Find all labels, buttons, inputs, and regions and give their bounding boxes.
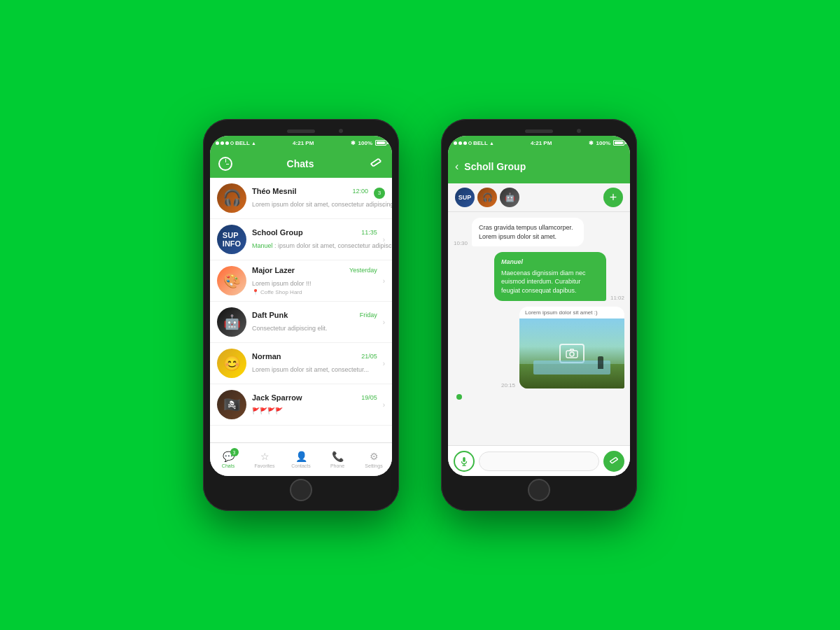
chat-content-daft: Daft Punk Friday Consectetur adipiscing … [252, 311, 377, 333]
tab-favorites[interactable]: ☆ Favorites [246, 451, 283, 468]
chat-content-theo: Théo Mesnil 12:00 Lorem ipsum dolor sit … [252, 187, 368, 209]
tab-contacts-icon: 👤 [295, 451, 307, 462]
chat-right-school: › [383, 236, 385, 244]
carrier-label: BELL [235, 140, 250, 146]
msg-row-1: 10:30 Cras gravida tempus ullamcorper. L… [454, 218, 624, 246]
chat-name-jack: Jack Sparrow [252, 393, 302, 402]
online-indicator-row [454, 394, 624, 400]
msg-sender-2: Manuel [501, 258, 599, 267]
tab-contacts[interactable]: 👤 Contacts [283, 451, 319, 468]
home-button-2[interactable] [528, 479, 550, 501]
status-bar-2: BELL ▲ 4:21 PM ✱ 100% [448, 136, 630, 150]
battery-fill-2 [615, 141, 623, 144]
avatar-daft: 🤖 [217, 307, 246, 337]
chat-preview-school: Manuel : ipsum dolor sit amet, consectet… [252, 242, 392, 249]
message-input[interactable] [479, 451, 599, 471]
chat-item-daft[interactable]: 🤖 Daft Punk Friday Consectetur adipiscin… [210, 302, 392, 343]
phone-top-2 [448, 126, 630, 136]
status-bar-1: BELL ▲ 4:21 PM ✱ 100% [210, 136, 392, 150]
voice-button[interactable] [454, 451, 475, 472]
tab-favorites-icon: ☆ [260, 451, 270, 462]
chat-name-school: School Group [252, 228, 303, 237]
chats-title: Chats [287, 158, 314, 169]
phone-bottom-1 [210, 476, 392, 504]
chat-time-major: Yesterday [349, 267, 377, 274]
chat-item-school[interactable]: SUPINFO School Group 11:35 Manuel : ipsu… [210, 219, 392, 260]
battery-icon [375, 140, 386, 146]
chat-item-theo[interactable]: 🎧 Théo Mesnil 12:00 Lorem ipsum dolor si… [210, 178, 392, 219]
chat-preview-daft: Consectetur adipiscing elit. [252, 325, 328, 332]
group-header-center: Scholl Group [464, 161, 623, 172]
chevron-jack: › [383, 401, 385, 409]
tab-chats[interactable]: 💬 3 Chats [210, 451, 246, 468]
chat-right-theo: 3 › [374, 188, 385, 209]
badge-theo: 3 [374, 188, 385, 199]
time-label-1: 4:21 PM [293, 140, 314, 146]
tab-settings[interactable]: ⚙ Settings [356, 451, 392, 468]
chat-right-major: › [383, 277, 385, 285]
phone-screen-2: BELL ▲ 4:21 PM ✱ 100% ‹ Scholl Group [448, 136, 630, 476]
chat-top-jack: Jack Sparrow 19/05 [252, 393, 377, 402]
chat-name-daft: Daft Punk [252, 311, 288, 319]
tab-favorites-label: Favorites [255, 463, 275, 468]
chevron-major: › [383, 277, 385, 285]
msg-time-2: 11:02 [610, 295, 624, 301]
chat-list: 🎧 Théo Mesnil 12:00 Lorem ipsum dolor si… [210, 178, 392, 442]
speaker-2 [525, 130, 553, 133]
dot3 [225, 141, 229, 145]
dot2-2 [458, 141, 462, 145]
chat-item-norman[interactable]: 😊 Norman 21/05 Lorem ipsum dolor sit ame… [210, 343, 392, 384]
battery-label-2: 100% [596, 140, 610, 146]
dot1-2 [454, 141, 457, 145]
time-label-2: 4:21 PM [531, 140, 552, 146]
chevron-daft: › [383, 318, 385, 326]
chat-top-norman: Norman 21/05 [252, 352, 377, 360]
tab-chats-badge: 3 [230, 448, 239, 456]
chat-time-jack: 19/05 [361, 394, 377, 401]
msg-bubble-1: Cras gravida tempus ullamcorper. Lorem i… [472, 218, 584, 246]
chat-item-jack[interactable]: 🏴‍☠️ Jack Sparrow 19/05 🚩🚩🚩🚩 › [210, 384, 392, 426]
msg-row-2: Manuel Maecenas dignissim diam nec euism… [454, 252, 624, 300]
home-button-1[interactable] [290, 479, 312, 501]
signal-dots-2 [454, 141, 472, 145]
chat-preview-theo: Lorem ipsum dolor sit amet, consectetur … [252, 201, 392, 208]
msg-image-area [519, 318, 624, 388]
camera-dot [339, 129, 343, 133]
chat-right-norman: › [383, 360, 385, 368]
phone-screen-1: BELL ▲ 4:21 PM ✱ 100% Chats [210, 136, 392, 476]
msg-image-bubble: Lorem ipsum dolor sit amet :) [519, 307, 624, 388]
avatar-school: SUPINFO [217, 225, 246, 254]
chat-top-daft: Daft Punk Friday [252, 311, 377, 319]
back-button[interactable]: ‹ [455, 160, 458, 173]
tab-phone[interactable]: 📞 Phone [319, 451, 356, 468]
status-right: ✱ 100% [351, 140, 386, 146]
phone-bottom-2 [448, 476, 630, 504]
status-left: BELL ▲ [216, 140, 256, 146]
chats-header: Chats [210, 150, 392, 178]
battery-icon-2 [613, 140, 624, 146]
add-member-button[interactable]: + [603, 188, 623, 207]
phone-top-1 [210, 126, 392, 136]
dot4 [230, 141, 234, 145]
status-right-2: ✱ 100% [589, 140, 624, 146]
chat-item-major[interactable]: 🎨 Major Lazer Yesterday Lorem ipsum dolo… [210, 260, 392, 302]
group-avatar-1: SUP [455, 188, 475, 207]
tab-bar-1: 💬 3 Chats ☆ Favorites 👤 Contacts 📞 Phone… [210, 442, 392, 476]
chat-right-daft: › [383, 318, 385, 326]
msg-time-1: 10:30 [454, 240, 468, 246]
avatar-jack: 🏴‍☠️ [217, 390, 246, 419]
avatar-major: 🎨 [217, 266, 246, 295]
chat-time-daft: Friday [360, 312, 377, 318]
group-avatar-2: 🎧 [477, 188, 497, 207]
chevron-theo: › [383, 202, 385, 209]
phone-2: BELL ▲ 4:21 PM ✱ 100% ‹ Scholl Group [441, 119, 637, 511]
messages-area: 10:30 Cras gravida tempus ullamcorper. L… [448, 212, 630, 445]
online-indicator [456, 394, 462, 400]
dot1 [216, 141, 219, 145]
compose-icon[interactable] [368, 156, 384, 172]
chevron-norman: › [383, 360, 385, 368]
clock-icon[interactable] [218, 157, 232, 171]
bluetooth-icon: ✱ [351, 140, 356, 146]
send-button[interactable] [603, 451, 624, 472]
svg-line-12 [610, 461, 612, 463]
